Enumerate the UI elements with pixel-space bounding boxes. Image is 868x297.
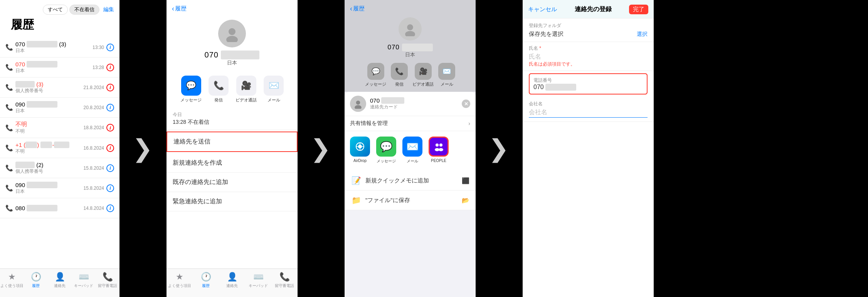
required-star: * <box>538 46 541 51</box>
new-contact-menu-item[interactable]: 新規連絡先を作成 <box>167 154 298 173</box>
call-row-6[interactable]: 📞 +1 ( ) - 不明 16.8.2024 i <box>0 138 119 158</box>
info-button[interactable]: i <box>106 84 114 91</box>
company-underline <box>529 117 648 118</box>
info-button[interactable]: i <box>106 144 114 152</box>
quick-memo-label: 新規クイックメモに追加 <box>365 177 429 184</box>
call-subtext: 個人携帯番号 <box>15 88 84 94</box>
share-apps-row: AirDrop 💬 メッセージ ✉️ メール <box>345 131 476 168</box>
tab-contacts[interactable]: 👤 連絡先 <box>219 272 245 289</box>
send-contact-menu-item[interactable]: 連絡先を送信 <box>167 132 298 152</box>
filter-row: すべて 不在着信 編集 <box>5 5 114 15</box>
call-row-9[interactable]: 📞 080 14.8.2024 i <box>0 198 119 218</box>
svg-point-11 <box>439 143 442 147</box>
company-input[interactable] <box>529 109 648 116</box>
tab-favorites[interactable]: ★ よく使う項目 <box>0 272 24 289</box>
call-subtext: 不明 <box>15 128 84 135</box>
people-icon <box>429 137 449 157</box>
manage-label: 共有情報を管理 <box>350 120 388 127</box>
call-subtext: 日本 <box>15 108 84 114</box>
tab-keypad[interactable]: ⌨️ キーパッド <box>72 272 96 289</box>
call-list: 📞 070 (3) 日本 13:30 i 📞 070 日本 13:28 i 📞 <box>0 37 119 218</box>
filter-missed-button[interactable]: 不在着信 <box>69 5 99 15</box>
mail-button[interactable]: ✉️ メール <box>264 76 284 103</box>
action-row: 💬 メッセージ 📞 発信 🎥 ビデオ通話 ✉️ メール <box>167 73 298 108</box>
arrow-3: ❯ <box>476 0 522 297</box>
call-name: 090 <box>15 101 84 108</box>
mail-icon: ✉️ <box>402 137 422 157</box>
messages-app[interactable]: 💬 メッセージ <box>376 137 396 164</box>
folder-icon: 📁 <box>351 196 362 205</box>
call-row-7[interactable]: 📞 (2) 個人携帯番号 15.8.2024 i <box>0 158 119 178</box>
call-row-4[interactable]: 📞 090 日本 20.8.2024 i <box>0 98 119 118</box>
airdrop-app[interactable]: AirDrop <box>350 137 370 164</box>
call-button[interactable]: 📞 発信 <box>391 63 408 87</box>
edit-button[interactable]: 編集 <box>103 6 114 13</box>
info-button[interactable]: i <box>106 64 114 71</box>
tab-recents[interactable]: 🕐 履歴 <box>24 272 48 289</box>
call-details: (3) 個人携帯番号 <box>14 81 84 94</box>
manage-button[interactable]: 共有情報を管理 › <box>345 116 476 131</box>
mail-button[interactable]: ✉️ メール <box>438 63 455 87</box>
info-button[interactable]: i <box>106 204 114 212</box>
call-row-1[interactable]: 📞 070 (3) 日本 13:30 i <box>0 37 119 57</box>
screen-add-contact: キャンセル 連絡先の登録 完了 登録先フォルダ 保存先を選択 選択 氏名 * 氏… <box>523 0 654 297</box>
add-to-existing-menu-item[interactable]: 既存の連絡先に追加 <box>167 173 298 192</box>
call-name: 不明 <box>15 121 84 128</box>
video-button[interactable]: 🎥 ビデオ通話 <box>412 63 434 87</box>
contact-country: 日本 <box>405 51 415 58</box>
call-row-5[interactable]: 📞 不明 不明 18.8.2024 i <box>0 118 119 138</box>
tab-voicemail[interactable]: 📞 留守番電話 <box>96 272 119 289</box>
back-button[interactable]: ‹ 履歴 <box>172 5 187 13</box>
call-time: 15.8.2024 <box>84 165 104 171</box>
select-button[interactable]: 選択 <box>637 31 648 38</box>
tab-keypad[interactable]: ⌨️ キーパッド <box>245 272 271 289</box>
history-date: 今日 <box>173 111 291 118</box>
tab-contacts[interactable]: 👤 連絡先 <box>48 272 72 289</box>
contacts-icon: 👤 <box>227 272 237 282</box>
cancel-button[interactable]: キャンセル <box>528 6 557 13</box>
info-button[interactable]: i <box>106 124 114 132</box>
svg-point-1 <box>226 36 238 42</box>
call-button[interactable]: 📞 発信 <box>209 76 229 103</box>
tab-recents[interactable]: 🕐 履歴 <box>193 272 219 289</box>
quick-memo-action[interactable]: 📝 新規クイックメモに追加 ⬛ <box>345 171 476 191</box>
mail-label: メール <box>441 81 453 87</box>
page-title: 履歴 <box>5 16 114 35</box>
video-label: ビデオ通話 <box>412 81 434 87</box>
save-files-action[interactable]: 📁 "ファイル"に保存 📂 <box>345 191 476 210</box>
call-details: +1 ( ) - 不明 <box>14 142 84 155</box>
call-row-8[interactable]: 📞 090 日本 15.8.2024 i <box>0 178 119 198</box>
info-button[interactable]: i <box>106 44 114 51</box>
chevron-left-icon: ‹ <box>350 5 352 13</box>
name-input[interactable] <box>529 53 648 60</box>
tab-favorites-label: よく使う項目 <box>0 283 24 289</box>
svg-point-13 <box>439 148 443 151</box>
close-button[interactable]: ✕ <box>462 100 470 108</box>
info-button[interactable]: i <box>106 164 114 172</box>
back-button[interactable]: ‹ 履歴 <box>350 5 365 13</box>
message-button[interactable]: 💬 メッセージ <box>365 63 386 87</box>
call-name: 070 (3) <box>15 41 93 47</box>
call-row-3[interactable]: 📞 (3) 個人携帯番号 21.8.2024 i <box>0 78 119 98</box>
tab-bar: ★ よく使う項目 🕐 履歴 👤 連絡先 ⌨️ キーパッド 📞 留守番電話 <box>167 268 298 297</box>
tab-voicemail[interactable]: 📞 留守番電話 <box>271 272 298 289</box>
emergency-contact-menu-item[interactable]: 緊急連絡先に追加 <box>167 192 298 211</box>
mail-label: メール <box>407 159 418 164</box>
call-row-2[interactable]: 📞 070 日本 13:28 i <box>0 57 119 78</box>
call-time: 13:28 <box>93 65 104 70</box>
mail-app[interactable]: ✉️ メール <box>402 137 422 164</box>
filter-all-button[interactable]: すべて <box>43 5 68 15</box>
call-time: 14.8.2024 <box>84 206 104 211</box>
contact-number: 070 <box>387 44 432 51</box>
video-icon: 🎥 <box>236 76 256 96</box>
done-button[interactable]: 完了 <box>629 5 648 14</box>
info-button[interactable]: i <box>106 104 114 111</box>
phone-icon: 📞 <box>5 204 14 212</box>
message-icon: 💬 <box>181 76 201 96</box>
people-app[interactable]: PEOPLE <box>429 137 449 164</box>
message-button[interactable]: 💬 メッセージ <box>180 76 202 103</box>
info-button[interactable]: i <box>106 184 114 192</box>
video-button[interactable]: 🎥 ビデオ通話 <box>236 76 257 103</box>
voicemail-icon: 📞 <box>279 272 290 282</box>
tab-favorites[interactable]: ★ よく使う項目 <box>167 272 193 289</box>
